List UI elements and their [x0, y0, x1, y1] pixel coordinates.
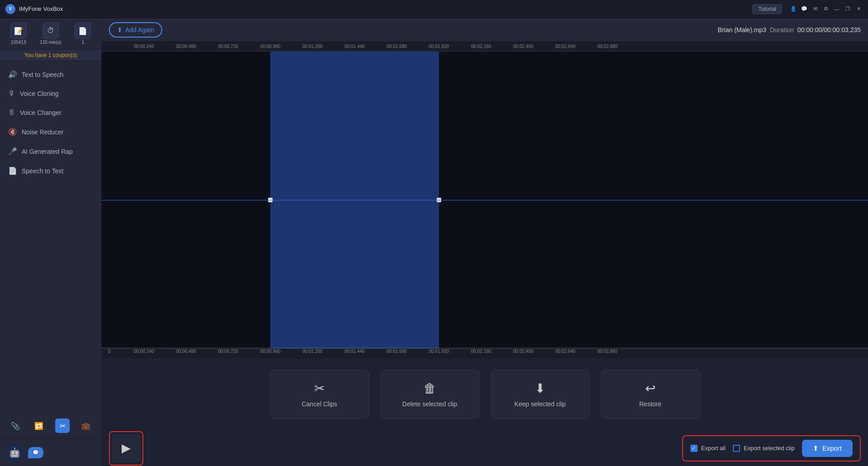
coupon-banner: You have 1 coupon(s) — [0, 50, 101, 61]
bot-avatar: 🤖 — [5, 443, 24, 461]
minimize-button[interactable]: — — [833, 5, 841, 13]
tl-b-6: 00:01.440 — [344, 349, 365, 354]
attach-icon[interactable]: 📎 — [8, 418, 23, 433]
export-selected-checkbox[interactable] — [733, 445, 740, 452]
nr-icon: 🔇 — [8, 128, 17, 136]
restore-card[interactable]: ↩ Restore — [601, 369, 700, 419]
vch-label: Voice Changer — [20, 109, 61, 116]
tl-3: 00:00.960 — [260, 44, 281, 49]
tl-b-2: 00:00.480 — [176, 349, 196, 354]
scissors-icon[interactable]: ✂ — [55, 418, 70, 433]
settings-icon[interactable]: ⚙ — [822, 5, 830, 13]
tutorial-button[interactable]: Tutorial — [752, 4, 782, 14]
export-all-label: Export all — [701, 445, 726, 452]
timeline-top: 00:00.240 00:00.480 00:00.720 00:00.960 … — [102, 42, 868, 52]
selection-handle-right[interactable] — [437, 198, 441, 202]
waveform-main[interactable]: (function(){ // Generate waveform bars c… — [102, 52, 868, 348]
export-selected-label: Export selected clip — [744, 445, 795, 452]
sidebar-item-noise-reducer[interactable]: 🔇 Noise Reducer — [0, 122, 101, 142]
stat-files: 📄 1 — [75, 23, 91, 45]
titlebar: V iMyFone VoxBox Tutorial 👤 💬 ✉ ⚙ — ❐ ✕ — [0, 0, 868, 18]
tl-b-3: 00:00.720 — [218, 349, 238, 354]
sidebar-item-voice-cloning[interactable]: 🎙 Voice Cloning — [0, 84, 101, 103]
duration-value: 00:00:00/00:00:03.235 — [797, 26, 861, 33]
maximize-button[interactable]: ❐ — [844, 5, 852, 13]
briefcase-icon[interactable]: 💼 — [79, 418, 93, 433]
keep-clip-card[interactable]: ⬇ Keep selected clip — [491, 369, 590, 419]
add-again-button[interactable]: ⬆ Add Again — [109, 22, 162, 38]
main-content: ⬆ Add Again Brian (Male).mp3 Duration 00… — [102, 18, 868, 466]
header-right: Brian (Male).mp3 Duration 00:00:00/00:00… — [718, 26, 861, 33]
close-button[interactable]: ✕ — [854, 5, 863, 13]
stat-chars: 📝 105413 — [10, 23, 27, 45]
filename-label: Brian (Male).mp3 — [718, 26, 766, 33]
export-button[interactable]: ⬆ Export — [802, 440, 853, 457]
tl-1: 00:00.480 — [176, 44, 196, 49]
stt-icon: 📄 — [8, 166, 17, 175]
tl-b-11: 00:02.640 — [555, 349, 576, 354]
export-controls: ✓ Export all Export selected clip ⬆ Expo… — [682, 435, 861, 461]
export-all-checkbox[interactable]: ✓ — [690, 445, 698, 452]
sidebar: 📝 105413 ⏱ 115 min(s) 📄 1 You have 1 cou… — [0, 18, 102, 466]
tts-icon: 🔊 — [8, 70, 17, 79]
tl-b-7: 00:01.680 — [387, 349, 407, 354]
tl-b-10: 00:02.400 — [513, 349, 533, 354]
stt-label: Speech to Text — [22, 167, 63, 175]
tl-b-12: 00:02.880 — [597, 349, 618, 354]
discord-icon[interactable]: 💬 — [800, 5, 808, 13]
keep-clip-icon: ⬇ — [535, 381, 545, 396]
play-button-container: ▶ — [109, 431, 143, 466]
export-all-group[interactable]: ✓ Export all — [690, 445, 726, 452]
vc-icon: 🎙 — [8, 90, 15, 98]
sidebar-bot-area: 🤖 💬 — [0, 438, 101, 466]
tts-label: Text to Speech — [22, 71, 64, 78]
tl-5: 00:01.440 — [344, 44, 365, 49]
loop-icon[interactable]: 🔁 — [32, 418, 46, 433]
tl-b-1: 00:00.240 — [134, 349, 154, 354]
user-icon[interactable]: 👤 — [789, 5, 797, 13]
content-header: ⬆ Add Again Brian (Male).mp3 Duration 00… — [102, 18, 868, 42]
cancel-clips-icon: ✂ — [314, 381, 325, 396]
tl-2: 00:00.720 — [218, 44, 238, 49]
tl-6: 00:01.680 — [387, 44, 407, 49]
cancel-clips-card[interactable]: ✂ Cancel Clips — [270, 369, 369, 419]
tl-b-4: 00:00.960 — [260, 349, 281, 354]
actions-area: ✂ Cancel Clips 🗑 Delete selected clip ⬇ … — [102, 358, 868, 430]
duration-label: Duration — [770, 26, 794, 33]
sidebar-item-ai-rap[interactable]: 🎤 AI Generated Rap — [0, 142, 101, 161]
vc-label: Voice Cloning — [20, 90, 59, 97]
sidebar-stats: 📝 105413 ⏱ 115 min(s) 📄 1 — [0, 18, 101, 50]
waveform-container[interactable]: 00:00.240 00:00.480 00:00.720 00:00.960 … — [102, 42, 868, 358]
tl-0: 00:00.240 — [134, 44, 154, 49]
rap-icon: 🎤 — [8, 147, 17, 156]
vch-icon: 🎚 — [8, 109, 15, 117]
restore-label: Restore — [639, 400, 661, 408]
tl-b-0: 0 — [108, 349, 111, 354]
mins-icon: ⏱ — [42, 23, 59, 39]
tl-8: 00:02.160 — [471, 44, 491, 49]
tl-4: 00:01.200 — [302, 44, 323, 49]
sidebar-item-speech-to-text[interactable]: 📄 Speech to Text — [0, 161, 101, 181]
sidebar-item-voice-changer[interactable]: 🎚 Voice Changer — [0, 103, 101, 122]
tl-b-5: 00:01.200 — [302, 349, 323, 354]
mail-icon[interactable]: ✉ — [811, 5, 819, 13]
window-controls: 👤 💬 ✉ ⚙ — ❐ ✕ — [789, 5, 863, 13]
play-icon: ▶ — [122, 441, 131, 455]
export-selected-group[interactable]: Export selected clip — [733, 445, 795, 452]
selection-handle-left[interactable] — [268, 198, 273, 202]
timeline-bottom: 0 00:00.240 00:00.480 00:00.720 00:00.96… — [102, 348, 868, 358]
chars-value: 105413 — [11, 40, 26, 45]
play-button[interactable]: ▶ — [112, 434, 141, 463]
sidebar-nav: 🔊 Text to Speech 🎙 Voice Cloning 🎚 Voice… — [0, 61, 101, 413]
sidebar-item-text-to-speech[interactable]: 🔊 Text to Speech — [0, 65, 101, 84]
export-label: Export — [822, 444, 842, 452]
tl-11: 00:02.880 — [597, 44, 618, 49]
app-title: iMyFone VoxBox — [19, 5, 752, 12]
delete-clip-card[interactable]: 🗑 Delete selected clip — [380, 369, 480, 419]
restore-icon: ↩ — [645, 381, 656, 396]
upload-icon: ⬆ — [117, 26, 123, 33]
files-icon: 📄 — [75, 23, 91, 39]
chat-bubble[interactable]: 💬 — [28, 447, 43, 458]
delete-clip-label: Delete selected clip — [402, 400, 457, 408]
waveform-svg: (function(){ // Generate waveform bars c… — [102, 52, 868, 348]
